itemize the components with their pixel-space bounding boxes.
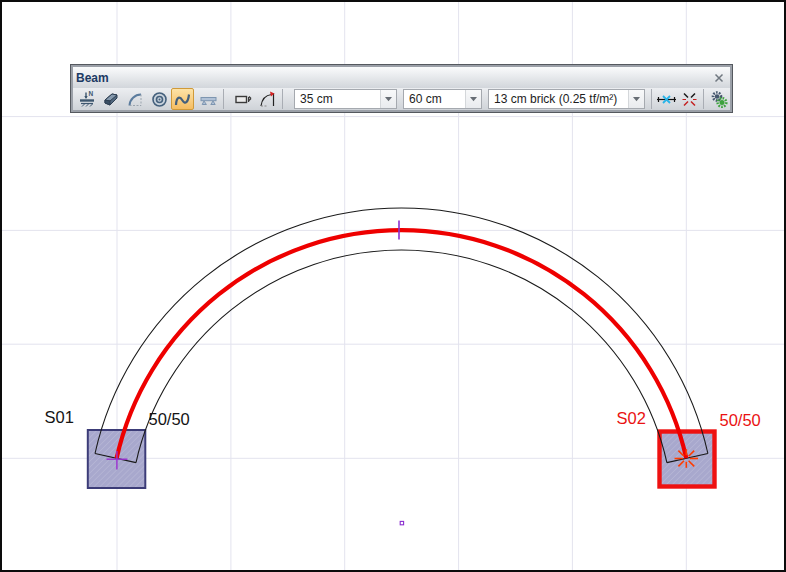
chevron-down-icon[interactable] [465,90,481,108]
toolbar-separator [223,89,224,109]
toolbar-buttons-row: N [73,88,730,110]
beam-height-dropdown[interactable]: 60 cm [403,89,482,109]
beam-height-value: 60 cm [404,90,465,108]
beam-material-dropdown[interactable]: 13 cm brick (0.25 tf/m²) [488,89,645,109]
beam-toolbar: Beam N [70,64,733,113]
label-s01-size: 50/50 [149,410,190,428]
toolbar-separator [703,89,704,109]
svg-text:N: N [89,90,94,97]
beam-load-icon[interactable]: N [76,88,99,110]
arc-icon[interactable] [124,88,147,110]
arc-angle-icon[interactable] [255,88,279,110]
beam-width-dropdown[interactable]: 35 cm [294,89,397,109]
chevron-down-icon[interactable] [628,90,644,108]
beam-supports-icon[interactable] [197,88,220,110]
beam-3d-icon[interactable] [100,88,123,110]
node-on-line-icon[interactable] [655,88,678,110]
close-icon[interactable] [712,71,726,85]
beam-width-value: 35 cm [295,90,380,108]
chevron-down-icon[interactable] [380,90,396,108]
arc-center-marker [400,521,403,524]
section-size-icon[interactable] [232,88,254,110]
toolbar-separator [651,89,652,109]
label-s02-size: 50/50 [720,411,761,429]
polyline-curve-icon[interactable] [171,88,194,110]
beam-material-value: 13 cm brick (0.25 tf/m²) [489,90,628,108]
circle-icon[interactable] [148,88,171,110]
gears-icon[interactable] [708,88,730,110]
toolbar-titlebar[interactable]: Beam [73,67,730,88]
app-window: S01 50/50 S02 50/50 Beam N [0,0,786,572]
break-node-icon[interactable] [679,88,700,110]
label-s02: S02 [617,409,646,427]
column-s02-selected[interactable] [660,432,715,487]
toolbar-separator [282,89,283,109]
label-s01: S01 [45,408,74,426]
toolbar-title: Beam [76,71,109,85]
